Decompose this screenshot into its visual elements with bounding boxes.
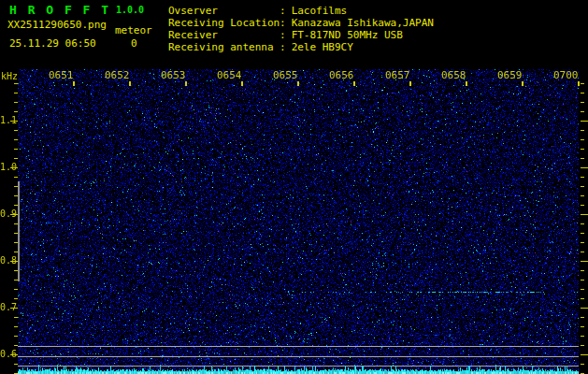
time-tick [409, 81, 411, 86]
left-edge-marker-line [18, 181, 20, 281]
freq-minor-tick-left [14, 149, 18, 150]
freq-minor-tick-right [581, 93, 584, 94]
time-tick [522, 81, 523, 86]
time-tick-label: 0700 [553, 69, 578, 81]
freq-minor-tick-right [581, 270, 584, 271]
freq-minor-tick-left [14, 336, 18, 337]
freq-minor-tick-left [14, 83, 18, 84]
freq-minor-tick-right [581, 280, 584, 280]
hrofft-window: H R O F F T 1.0.0 XX2511290650.png meteo… [0, 0, 588, 374]
freq-minor-tick-right [581, 298, 584, 299]
time-tick-label: 0655 [273, 69, 297, 81]
freq-minor-tick-right [581, 345, 584, 346]
freq-major-tick-left [10, 308, 18, 309]
freq-major-tick-left [10, 121, 18, 122]
freq-minor-tick-right [581, 252, 584, 252]
freq-minor-tick-left [14, 289, 18, 290]
time-tick-label: 0654 [217, 69, 241, 81]
freq-major-tick-right [581, 308, 588, 309]
time-tick [129, 81, 131, 86]
freq-major-tick-left [10, 354, 18, 355]
freq-minor-tick-left [14, 139, 18, 140]
freq-minor-tick-right [581, 158, 584, 159]
freq-minor-tick-right [581, 317, 584, 318]
freq-minor-tick-left [14, 93, 18, 94]
time-tick-label: 0651 [49, 69, 73, 81]
freq-minor-tick-left [14, 158, 18, 159]
freq-minor-tick-left [14, 317, 18, 318]
freq-minor-tick-right [581, 242, 584, 243]
freq-minor-tick-right [581, 364, 584, 365]
freq-major-tick-right [581, 167, 588, 168]
freq-major-tick-left [10, 214, 18, 215]
time-tick [466, 81, 467, 86]
time-tick-label: 0659 [497, 69, 522, 81]
freq-major-tick-left [10, 167, 18, 168]
freq-minor-tick-right [581, 139, 584, 140]
freq-minor-tick-left [14, 102, 18, 103]
time-tick-label: 0653 [161, 69, 185, 81]
freq-minor-tick-right [581, 336, 584, 337]
time-tick-label: 0652 [105, 69, 129, 81]
freq-minor-tick-left [14, 326, 18, 327]
freq-minor-tick-left [14, 177, 18, 178]
freq-minor-tick-right [581, 177, 584, 178]
freq-major-tick-right [581, 121, 588, 122]
freq-minor-tick-right [581, 223, 584, 224]
time-tick [578, 81, 580, 86]
time-tick [241, 81, 243, 86]
level-reference-line-middle [18, 356, 579, 357]
time-tick [353, 81, 355, 86]
freq-minor-tick-right [581, 289, 584, 290]
freq-minor-tick-right [581, 195, 584, 196]
freq-minor-tick-left [14, 298, 18, 299]
freq-minor-tick-right [581, 111, 584, 112]
freq-minor-tick-right [581, 186, 584, 187]
freq-minor-tick-right [581, 83, 584, 84]
time-tick-label: 0658 [441, 69, 466, 81]
level-reference-line-upper [18, 346, 579, 347]
freq-minor-tick-right [581, 149, 584, 150]
freq-minor-tick-right [581, 205, 584, 206]
freq-minor-tick-left [14, 130, 18, 131]
freq-major-tick-right [581, 214, 588, 215]
time-tick [185, 81, 187, 86]
noise-level-trace-canvas [18, 365, 579, 374]
freq-minor-tick-right [581, 102, 584, 103]
freq-minor-tick-right [581, 233, 584, 234]
axis-layer: 0651065206530654065506560657065806590700… [0, 0, 588, 374]
time-tick-label: 0656 [329, 69, 353, 81]
time-tick [297, 81, 299, 86]
freq-minor-tick-left [14, 111, 18, 112]
freq-major-tick-left [10, 261, 18, 262]
time-tick-label: 0657 [385, 69, 409, 81]
freq-major-tick-right [581, 354, 588, 355]
freq-minor-tick-right [581, 326, 584, 327]
freq-minor-tick-right [581, 130, 584, 131]
time-tick [73, 81, 75, 86]
freq-major-tick-right [581, 261, 588, 262]
